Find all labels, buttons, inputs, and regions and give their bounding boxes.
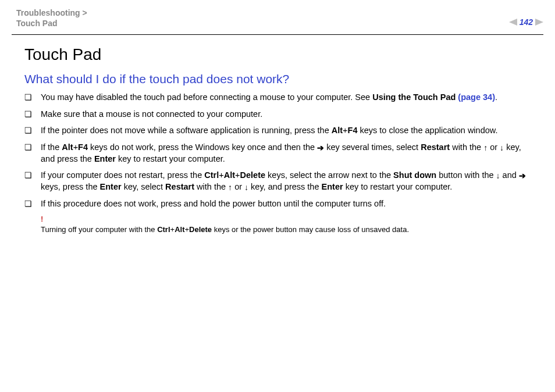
text: + <box>184 225 189 234</box>
svg-marker-1 <box>535 19 543 26</box>
arrow-right-icon: ➔ <box>519 170 526 181</box>
breadcrumb-page: Touch Pad <box>16 19 58 28</box>
key-name: F4 <box>78 142 88 152</box>
list-item: If your computer does not restart, press… <box>24 170 534 193</box>
page-nav: 142 <box>509 17 543 27</box>
arrow-right-icon: ➔ <box>317 142 324 154</box>
text: + <box>343 126 347 135</box>
text: and <box>500 170 519 180</box>
text: with the <box>450 142 483 152</box>
list-item: Make sure that a mouse is not connected … <box>24 109 534 120</box>
text: key several times, select <box>324 142 421 152</box>
text: + <box>170 225 175 234</box>
key-name: Shut down <box>393 170 436 180</box>
list-item: You may have disabled the touch pad befo… <box>24 92 534 104</box>
key-name: Alt <box>62 142 73 152</box>
text: button with the <box>436 170 496 180</box>
page-title: Touch Pad <box>24 45 534 64</box>
text: with the <box>194 182 228 191</box>
prev-page-icon[interactable] <box>509 19 517 26</box>
divider <box>12 34 543 35</box>
key-name: Restart <box>421 142 450 152</box>
text: Turning off your computer with the <box>41 225 157 234</box>
key-name: F4 <box>348 126 358 135</box>
key-name: Ctrl <box>204 170 219 180</box>
list-item: If the Alt+F4 keys do not work, press th… <box>24 142 534 165</box>
key-name: Alt <box>332 126 343 135</box>
key-name: Delete <box>189 225 212 234</box>
text: or <box>488 142 500 152</box>
text: Make sure that a mouse is not connected … <box>41 109 262 119</box>
breadcrumb-sep: > <box>83 8 87 17</box>
breadcrumb-section: Troubleshooting <box>16 8 80 17</box>
text: keys, press the <box>41 182 100 191</box>
text: keys or the power button may cause loss … <box>212 225 409 234</box>
warning-icon: ! <box>41 215 534 224</box>
page-number: 142 <box>520 17 533 27</box>
key-name: Restart <box>165 182 194 191</box>
list-item: If this procedure does not work, press a… <box>24 198 534 210</box>
text: key, and press the <box>248 182 321 191</box>
key-name: Alt <box>224 170 235 180</box>
text: key, select <box>122 182 165 191</box>
document-page: Troubleshooting > Touch Pad 142 Touch Pa… <box>0 0 555 392</box>
text: keys to close the application window. <box>357 126 497 135</box>
text: keys, select the arrow next to the <box>265 170 393 180</box>
breadcrumb: Troubleshooting > Touch Pad <box>16 8 87 28</box>
question-heading: What should I do if the touch pad does n… <box>24 72 534 86</box>
arrow-down-icon: ↓ <box>244 182 248 193</box>
key-name: Enter <box>100 182 122 191</box>
text: + <box>73 142 78 152</box>
content: Touch Pad What should I do if the touch … <box>12 45 543 235</box>
bullet-list: You may have disabled the touch pad befo… <box>24 92 534 209</box>
svg-marker-0 <box>509 19 517 26</box>
page-ref-link[interactable]: (page 34) <box>458 92 495 102</box>
text: If this procedure does not work, press a… <box>41 199 386 208</box>
ref-title: Using the Touch Pad <box>372 92 458 102</box>
key-name: Enter <box>322 182 343 191</box>
text: + <box>219 170 223 180</box>
text: You may have disabled the touch pad befo… <box>41 92 372 102</box>
key-name: Delete <box>240 170 266 180</box>
list-item: If the pointer does not move while a sof… <box>24 125 534 137</box>
key-name: Ctrl <box>157 225 170 234</box>
text: keys do not work, press the Windows key … <box>88 142 317 152</box>
arrow-down-icon: ↓ <box>496 170 500 181</box>
text: key to restart your computer. <box>343 182 453 191</box>
text: + <box>235 170 240 180</box>
text: or <box>232 182 244 191</box>
key-name: Enter <box>94 154 116 163</box>
warning-note: ! Turning off your computer with the Ctr… <box>24 215 534 235</box>
text: If the pointer does not move while a sof… <box>41 126 332 135</box>
text: If your computer does not restart, press… <box>41 170 204 180</box>
header: Troubleshooting > Touch Pad 142 <box>12 8 543 28</box>
text: . <box>495 92 497 102</box>
next-page-icon[interactable] <box>535 19 543 26</box>
key-name: Alt <box>175 225 184 234</box>
text: key to restart your computer. <box>116 154 225 163</box>
text: If the <box>41 142 62 152</box>
